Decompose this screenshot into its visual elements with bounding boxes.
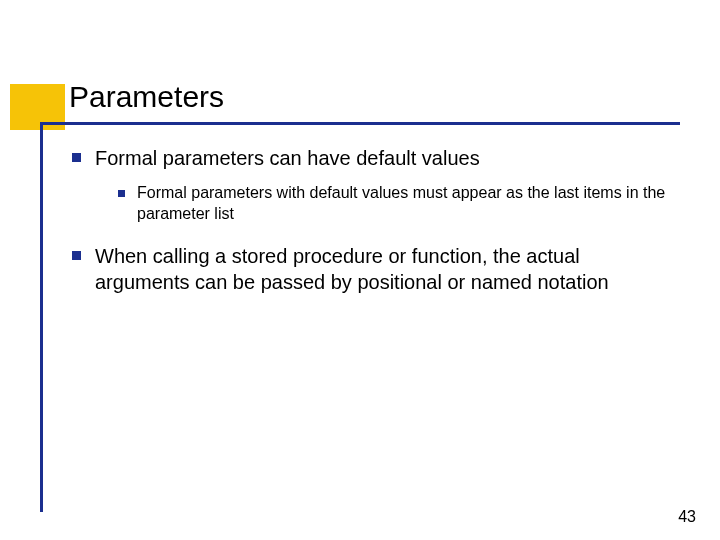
- page-number: 43: [678, 508, 696, 526]
- square-bullet-icon: [118, 190, 125, 197]
- bullet-text: Formal parameters with default values mu…: [137, 183, 672, 225]
- bullet-level1: When calling a stored procedure or funct…: [72, 243, 672, 295]
- square-bullet-icon: [72, 251, 81, 260]
- bullet-text: Formal parameters can have default value…: [95, 145, 480, 171]
- square-bullet-icon: [72, 153, 81, 162]
- accent-line-horizontal: [40, 122, 680, 125]
- bullet-text: When calling a stored procedure or funct…: [95, 243, 672, 295]
- accent-line-vertical: [40, 122, 43, 512]
- bullet-level2: Formal parameters with default values mu…: [118, 183, 672, 225]
- bullet-level1: Formal parameters can have default value…: [72, 145, 672, 171]
- slide-title: Parameters: [69, 80, 224, 114]
- slide-content: Formal parameters can have default value…: [72, 145, 672, 301]
